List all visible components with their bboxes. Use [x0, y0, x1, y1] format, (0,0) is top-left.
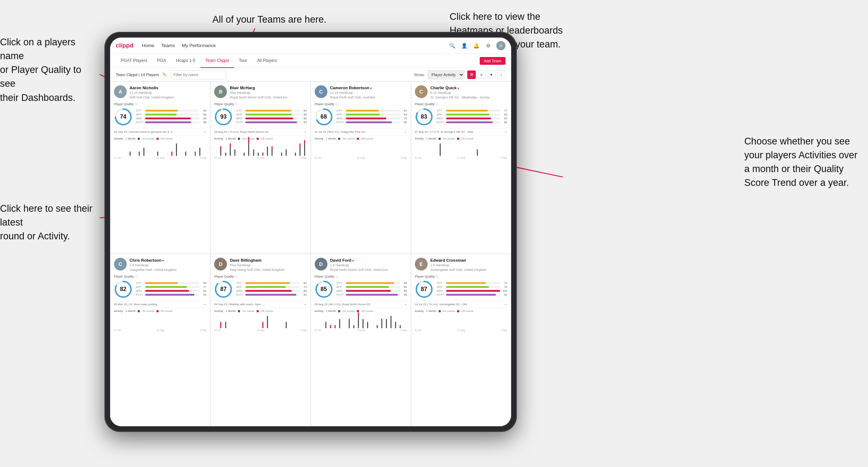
- show-select[interactable]: Player Activity: [428, 70, 464, 79]
- arg-row: ARG 75: [337, 117, 407, 120]
- player-card[interactable]: C Charlie Quick● 6-10 Handicap St. Georg…: [411, 81, 511, 254]
- player-name[interactable]: Cameron Robertson●: [330, 85, 407, 91]
- tab-hcaps[interactable]: Hcaps 1-5: [171, 54, 200, 68]
- activity-title: Activity · 1 Month: [315, 137, 336, 140]
- avatar-initial: B: [214, 85, 227, 98]
- date-mid: 21 Aug: [357, 156, 365, 159]
- latest-round[interactable]: 02 Jul 23 | 59 (+17), Craigmillar Park G…: [315, 128, 407, 134]
- quality-value: 82: [120, 286, 126, 292]
- arg-value: 75: [401, 117, 407, 120]
- settings-icon[interactable]: ⚙: [484, 42, 492, 50]
- arg-bar-container: [446, 290, 500, 292]
- putt-bar: [446, 294, 496, 296]
- player-name[interactable]: Dave Billingham: [230, 258, 307, 263]
- player-quality-score[interactable]: 87: [415, 280, 433, 298]
- players-grid: A Aaron Nicholls 11-15 Handicap Drift Go…: [110, 81, 511, 426]
- player-club: Royal North Devon Golf Club, United Kin.…: [330, 268, 407, 272]
- chart-dates: 31 Jul 21 Aug 4 Sep: [214, 156, 307, 159]
- ott-label: OTT: [136, 281, 144, 285]
- on-course-dot: [439, 310, 441, 312]
- latest-round[interactable]: 02 Sep 23 | Sunrise round to get back in…: [114, 128, 206, 134]
- top-navigation: clippd Home Teams My Performance 🔍 👤 🔔 ⚙…: [110, 38, 511, 54]
- latest-round[interactable]: 07 Aug 23 | 77 (+7), St George's Hill GC…: [415, 128, 507, 134]
- sort-icon[interactable]: ↕: [497, 70, 506, 79]
- activity-title: Activity · 1 Month: [415, 137, 436, 140]
- avatar-initial: D: [315, 258, 327, 270]
- quality-value: 85: [321, 286, 327, 292]
- player-quality-score[interactable]: 93: [214, 108, 233, 126]
- arg-label: ARG: [236, 117, 244, 120]
- app-value: 80: [502, 113, 507, 116]
- player-info: Aaron Nicholls 11-15 Handicap Drift Golf…: [130, 85, 206, 99]
- player-name[interactable]: Charlie Quick●: [430, 85, 507, 91]
- avatar-icon[interactable]: A: [496, 41, 506, 50]
- player-name[interactable]: Chris Robertson●: [130, 258, 206, 263]
- bell-icon[interactable]: 🔔: [472, 42, 480, 50]
- nav-home[interactable]: Home: [142, 43, 154, 48]
- player-quality-score[interactable]: 74: [114, 108, 132, 126]
- tab-pgat-players[interactable]: PGAT Players: [116, 54, 152, 68]
- latest-round[interactable]: 26 Aug 23 | 84 (+12), Royal North Devon …: [315, 301, 407, 306]
- latest-round[interactable]: 26 Aug 23 | 73 (+1), Royal North Devon G…: [214, 128, 307, 134]
- on-course-label: On course: [443, 137, 455, 140]
- player-name[interactable]: Edward Crossman: [430, 258, 507, 263]
- ott-row: OTT 60: [136, 281, 206, 285]
- latest-round[interactable]: 18 Jul 23 | 74 (+4), Sunningdale GC - Ol…: [415, 301, 507, 306]
- app-value: 79: [502, 285, 507, 289]
- table-view-icon[interactable]: ≡: [477, 70, 486, 79]
- date-start: 31 Jul: [315, 156, 321, 159]
- player-name[interactable]: David Ford●: [330, 258, 407, 263]
- activity-section: Activity · 1 Month On course Off course …: [315, 135, 407, 159]
- person-icon[interactable]: 👤: [460, 42, 468, 50]
- off-course-dot: [357, 138, 359, 140]
- tab-pga[interactable]: PGA: [152, 54, 171, 68]
- tab-all-players[interactable]: All Players: [252, 54, 282, 68]
- off-course-dot: [156, 138, 159, 140]
- player-name[interactable]: Aaron Nicholls: [130, 85, 206, 91]
- player-quality-score[interactable]: 68: [315, 108, 333, 126]
- player-card[interactable]: D David Ford● 1-5 Handicap Royal North D…: [311, 254, 411, 426]
- activity-header: Activity · 1 Month On course Off course: [415, 309, 507, 313]
- player-handicap: 1-5 Handicap: [130, 263, 206, 268]
- player-header: B Blair McHarg Plus Handicap Royal North…: [214, 85, 307, 99]
- player-handicap: 1-5 Handicap: [430, 263, 507, 268]
- tab-team-clippd[interactable]: Team Clippd: [200, 54, 234, 68]
- player-quality-score[interactable]: 87: [214, 280, 233, 298]
- ott-label: OTT: [437, 109, 445, 112]
- player-card[interactable]: E Edward Crossman 1-5 Handicap Sunningda…: [411, 254, 511, 426]
- player-search-input[interactable]: [170, 70, 227, 79]
- nav-my-performance[interactable]: My Performance: [182, 43, 216, 48]
- player-card[interactable]: D Dave Billingham Plus Handicap Stag Mai…: [210, 254, 310, 426]
- player-quality-score[interactable]: 85: [315, 280, 333, 298]
- quality-section: 85 OTT 89 APP 80 ARG: [315, 280, 407, 298]
- grid-view-icon[interactable]: ⊞: [467, 70, 476, 79]
- round-arrow-icon: →: [504, 302, 507, 306]
- arg-bar-container: [145, 290, 199, 292]
- player-quality-score[interactable]: 83: [415, 108, 433, 126]
- app-label: APP: [136, 113, 144, 116]
- player-card[interactable]: B Blair McHarg Plus Handicap Royal North…: [210, 81, 310, 254]
- arg-value: 84: [201, 117, 206, 120]
- date-end: 4 Sep: [200, 329, 206, 331]
- player-card[interactable]: A Aaron Nicholls 11-15 Handicap Drift Go…: [110, 81, 210, 254]
- search-icon[interactable]: 🔍: [448, 42, 456, 50]
- add-team-button[interactable]: Add Team: [480, 57, 506, 65]
- player-card[interactable]: C Cameron Robertson● 11-15 Handicap Roya…: [311, 81, 411, 254]
- arg-row: ARG 103: [437, 289, 507, 292]
- latest-round[interactable]: 04 Sep 23 | Mobility with coach, Gym →: [214, 301, 307, 306]
- ott-value: 89: [401, 281, 407, 285]
- on-course-label: On course: [142, 137, 154, 140]
- activity-section: Activity · 1 Month On course Off course: [214, 308, 307, 331]
- tab-tour[interactable]: Tour: [234, 54, 252, 68]
- quality-value: 68: [321, 114, 327, 120]
- filter-icon[interactable]: ▼: [487, 70, 496, 79]
- player-name[interactable]: Blair McHarg: [230, 85, 307, 91]
- nav-teams[interactable]: Teams: [161, 43, 175, 48]
- putt-row: PUTT 95: [236, 121, 307, 124]
- date-mid: 21 Aug: [457, 329, 465, 331]
- latest-round[interactable]: 05 Mar 23 | 19, Must make putting →: [114, 301, 206, 306]
- date-mid: 21 Aug: [257, 329, 264, 331]
- edit-icon[interactable]: ✏️: [162, 73, 167, 76]
- player-quality-score[interactable]: 82: [114, 280, 132, 298]
- player-card[interactable]: C Chris Robertson● 1-5 Handicap Craigmil…: [110, 254, 210, 426]
